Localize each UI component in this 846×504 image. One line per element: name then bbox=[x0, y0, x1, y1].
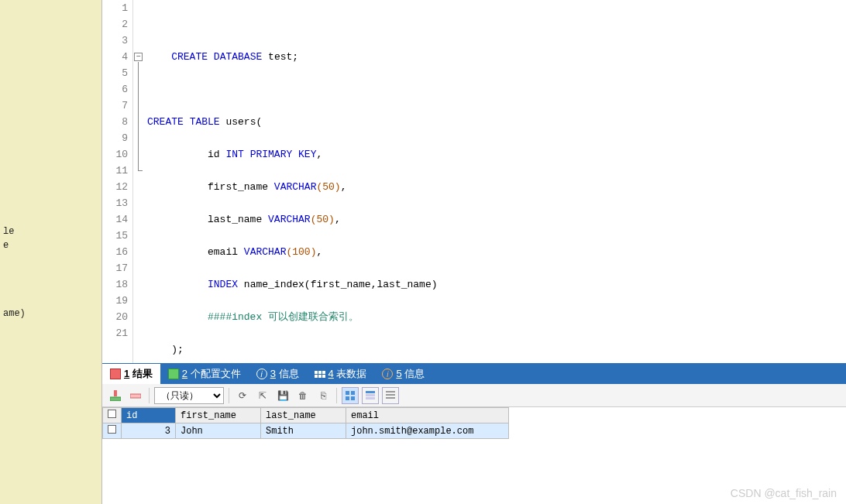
form-view-button[interactable] bbox=[362, 387, 379, 404]
fold-end bbox=[138, 170, 143, 171]
tab-results[interactable]: 1 结果 bbox=[102, 364, 160, 384]
row-checkbox[interactable] bbox=[103, 423, 122, 439]
results-toolbar: （只读） ⟳ ⇱ 💾 🗑 ⎘ bbox=[102, 384, 846, 407]
column-header-email[interactable]: email bbox=[346, 408, 509, 423]
tab-profile[interactable]: 2 个配置文件 bbox=[160, 364, 249, 384]
table-icon bbox=[315, 371, 325, 378]
column-header-lastname[interactable]: last_name bbox=[261, 408, 346, 423]
fold-column[interactable]: − bbox=[133, 0, 144, 363]
svg-rect-12 bbox=[386, 397, 395, 399]
fold-toggle[interactable]: − bbox=[134, 53, 143, 61]
separator bbox=[149, 388, 150, 403]
results-icon bbox=[110, 369, 121, 379]
readonly-select[interactable]: （只读） bbox=[154, 387, 224, 404]
add-row-button[interactable] bbox=[107, 387, 124, 404]
separator bbox=[229, 388, 229, 403]
results-grid[interactable]: id first_name last_name email 3 John Smi… bbox=[102, 407, 846, 439]
cell-email[interactable]: john.smith@example.com bbox=[346, 423, 509, 439]
grid-view-button[interactable] bbox=[342, 387, 359, 404]
svg-rect-5 bbox=[346, 396, 349, 400]
delete-button[interactable]: 🗑 bbox=[294, 387, 311, 404]
tree-item[interactable]: ame) bbox=[0, 307, 101, 321]
cell-id[interactable]: 3 bbox=[122, 423, 176, 439]
tab-info-5[interactable]: i 5 信息 bbox=[374, 364, 432, 384]
sql-editor[interactable]: 1234 5678 9101112 13141516 17181920 21 −… bbox=[102, 0, 846, 364]
cell-firstname[interactable]: John bbox=[176, 423, 261, 439]
svg-rect-6 bbox=[351, 396, 355, 400]
delete-row-button[interactable] bbox=[127, 387, 144, 404]
tree-item[interactable]: e bbox=[0, 238, 101, 252]
export-button[interactable]: ⇱ bbox=[254, 387, 271, 404]
copy-button[interactable]: ⎘ bbox=[315, 387, 332, 404]
svg-rect-8 bbox=[366, 394, 375, 396]
table-row[interactable]: 3 John Smith john.smith@example.com bbox=[103, 423, 509, 439]
svg-rect-10 bbox=[386, 391, 395, 393]
svg-rect-0 bbox=[110, 397, 121, 401]
text-view-button[interactable] bbox=[382, 387, 399, 404]
column-header-id[interactable]: id bbox=[122, 408, 176, 423]
save-button[interactable]: 💾 bbox=[274, 387, 291, 404]
code-content[interactable]: CREATE DATABASE test; CREATE TABLE users… bbox=[144, 0, 846, 363]
svg-rect-3 bbox=[346, 391, 349, 395]
refresh-button[interactable]: ⟳ bbox=[234, 387, 251, 404]
tree-item[interactable]: le bbox=[0, 225, 101, 238]
cell-lastname[interactable]: Smith bbox=[261, 423, 346, 439]
svg-rect-4 bbox=[351, 391, 355, 395]
svg-rect-9 bbox=[366, 397, 375, 399]
watermark: CSDN @cat_fish_rain bbox=[731, 487, 837, 499]
line-gutter: 1234 5678 9101112 13141516 17181920 21 bbox=[102, 0, 133, 363]
profile-icon bbox=[168, 369, 179, 379]
results-tabs: 1 结果 2 个配置文件 i 3 信息 4 表数据 i 5 信息 bbox=[102, 364, 846, 384]
tab-info-3[interactable]: i 3 信息 bbox=[249, 364, 307, 384]
info-icon: i bbox=[382, 369, 393, 379]
info-icon: i bbox=[256, 369, 267, 379]
checkbox-header[interactable] bbox=[103, 408, 122, 423]
fold-line bbox=[138, 62, 139, 170]
svg-rect-1 bbox=[114, 390, 117, 396]
object-browser-panel[interactable]: le e ame) bbox=[0, 0, 102, 504]
svg-rect-11 bbox=[386, 394, 395, 396]
column-header-firstname[interactable]: first_name bbox=[176, 408, 261, 423]
separator bbox=[336, 388, 337, 403]
tab-tabledata[interactable]: 4 表数据 bbox=[307, 364, 375, 384]
svg-rect-2 bbox=[130, 394, 141, 398]
header-row: id first_name last_name email bbox=[103, 408, 509, 423]
svg-rect-7 bbox=[366, 391, 375, 393]
